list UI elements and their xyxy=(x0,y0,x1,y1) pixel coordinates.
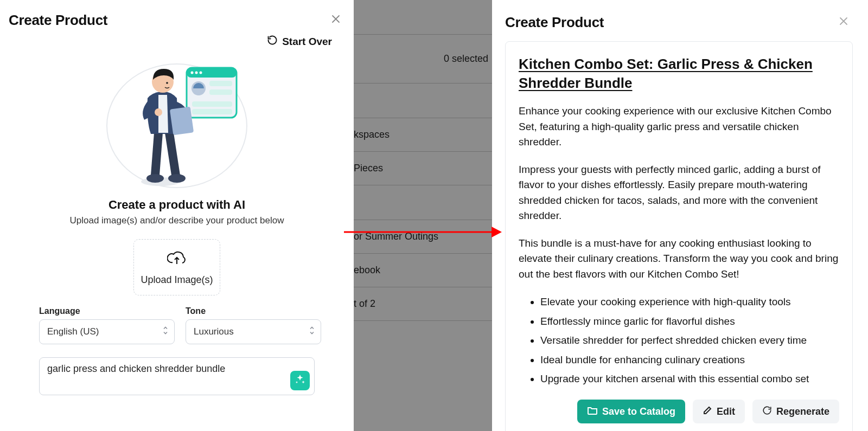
svg-rect-13 xyxy=(170,107,194,136)
list-item: Effortlessly mince garlic for flavorful … xyxy=(540,313,839,329)
prompt-input[interactable]: garlic press and chicken shredder bundle xyxy=(39,357,315,395)
svg-rect-8 xyxy=(192,101,232,107)
ai-subtitle: Upload image(s) and/or describe your pro… xyxy=(9,215,345,226)
refresh-icon xyxy=(762,406,772,418)
regenerate-label: Regenerate xyxy=(776,406,829,417)
list-item: Versatile shredder for perfect shredded … xyxy=(540,332,839,348)
prompt-value: garlic press and chicken shredder bundle xyxy=(47,363,225,375)
updown-caret-icon xyxy=(162,326,169,338)
upload-label: Upload Image(s) xyxy=(139,273,214,286)
list-item: Elevate your cooking experience with hig… xyxy=(540,294,839,310)
illustration xyxy=(106,52,247,192)
svg-point-11 xyxy=(146,174,164,183)
svg-point-3 xyxy=(195,72,198,74)
svg-point-16 xyxy=(166,82,168,84)
generate-button[interactable] xyxy=(290,371,310,390)
annotation-arrow xyxy=(342,221,502,243)
close-icon[interactable] xyxy=(327,11,345,29)
edit-label: Edit xyxy=(717,406,735,417)
edit-button[interactable]: Edit xyxy=(693,400,745,423)
panel-title: Create Product xyxy=(9,12,107,29)
start-over-label: Start Over xyxy=(282,36,332,48)
tone-value: Luxurious xyxy=(194,326,234,337)
panel-title: Create Product xyxy=(505,14,604,31)
svg-rect-7 xyxy=(209,89,232,95)
svg-rect-1 xyxy=(187,68,237,78)
generated-output: Kitchen Combo Set: Garlic Press & Chicke… xyxy=(505,41,853,431)
start-over-button[interactable]: Start Over xyxy=(267,35,332,48)
language-value: English (US) xyxy=(47,326,99,337)
pencil-icon xyxy=(703,406,712,418)
updown-caret-icon xyxy=(309,326,315,338)
refresh-icon xyxy=(267,35,278,48)
svg-marker-18 xyxy=(492,227,502,237)
product-bullets: Elevate your cooking experience with hig… xyxy=(540,294,839,387)
sparkle-icon xyxy=(295,374,305,387)
tone-label: Tone xyxy=(186,306,321,316)
close-icon[interactable] xyxy=(834,13,853,31)
product-title: Kitchen Combo Set: Garlic Press & Chicke… xyxy=(519,55,839,93)
upload-images-button[interactable]: Upload Image(s) xyxy=(133,239,220,295)
backdrop-overlay xyxy=(354,0,492,431)
save-to-catalog-button[interactable]: Save to Catalog xyxy=(577,400,685,423)
save-label: Save to Catalog xyxy=(602,406,675,417)
svg-point-2 xyxy=(191,72,194,74)
svg-point-12 xyxy=(168,174,186,183)
svg-rect-6 xyxy=(209,81,232,86)
tone-select[interactable]: Luxurious xyxy=(186,319,321,344)
ai-title: Create a product with AI xyxy=(9,198,345,212)
svg-point-4 xyxy=(200,72,202,74)
product-paragraph: Enhance your cooking experience with our… xyxy=(519,104,839,150)
list-item: Upgrade your kitchen arsenal with this e… xyxy=(540,371,839,387)
svg-point-14 xyxy=(155,108,162,116)
list-item: Ideal bundle for enhancing culinary crea… xyxy=(540,352,839,368)
regenerate-button[interactable]: Regenerate xyxy=(752,400,839,423)
create-product-panel-input: Create Product Start Over xyxy=(0,0,354,431)
create-product-panel-output: Create Product Kitchen Combo Set: Garlic… xyxy=(492,0,868,431)
language-label: Language xyxy=(39,306,175,316)
upload-cloud-icon xyxy=(167,259,187,268)
folder-icon xyxy=(587,406,598,418)
language-select[interactable]: English (US) xyxy=(39,319,175,344)
product-paragraph: Impress your guests with perfectly mince… xyxy=(519,162,839,224)
product-paragraph: This bundle is a must-have for any cooki… xyxy=(519,236,839,282)
svg-rect-9 xyxy=(192,109,232,114)
